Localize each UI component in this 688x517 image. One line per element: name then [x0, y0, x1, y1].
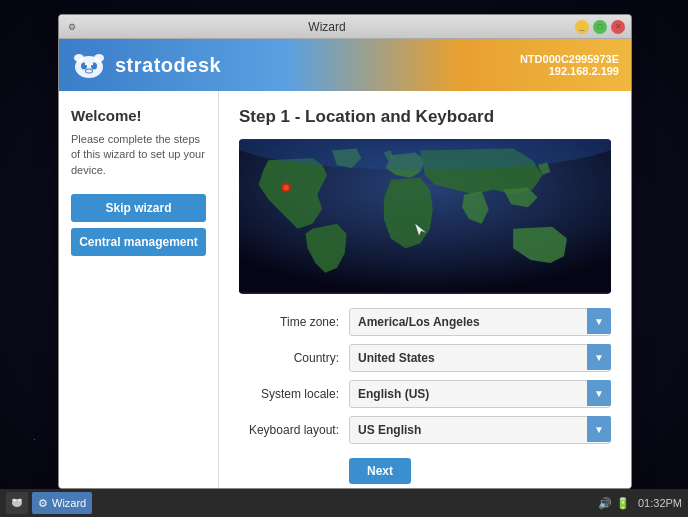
battery-icon: 🔋: [616, 497, 630, 510]
svg-point-12: [283, 185, 289, 191]
taskbar-wizard-label: Wizard: [52, 497, 86, 509]
taskbar-clock: 01:32PM: [638, 497, 682, 509]
locale-value[interactable]: English (US): [349, 380, 611, 408]
locale-label: System locale:: [239, 387, 349, 401]
svg-point-16: [18, 499, 22, 502]
timezone-dropdown-arrow[interactable]: ▼: [587, 308, 611, 334]
keyboard-value[interactable]: US English: [349, 416, 611, 444]
device-ip: 192.168.2.199: [520, 65, 619, 77]
taskbar: ⚙ Wizard 🔊 🔋 01:32PM: [0, 489, 688, 517]
device-info: NTD000C2995973E 192.168.2.199: [520, 53, 619, 77]
sidebar: Welcome! Please complete the steps of th…: [59, 91, 219, 488]
titlebar: ⚙ Wizard _ □ ✕: [59, 15, 631, 39]
window-title: Wizard: [79, 20, 575, 34]
window-icon: ⚙: [65, 20, 79, 34]
keyboard-select[interactable]: US English ▼: [349, 416, 611, 444]
content-area: Welcome! Please complete the steps of th…: [59, 91, 631, 488]
logo-text: stratodesk: [115, 54, 221, 77]
maximize-button[interactable]: □: [593, 20, 607, 34]
taskbar-wizard-icon: ⚙: [38, 497, 48, 510]
svg-point-8: [91, 63, 93, 65]
logo-area: stratodesk: [71, 50, 221, 80]
svg-point-15: [12, 499, 16, 502]
central-management-button[interactable]: Central management: [71, 228, 206, 256]
minimize-button[interactable]: _: [575, 20, 589, 34]
keyboard-row: Keyboard layout: US English ▼: [239, 416, 611, 444]
keyboard-dropdown-arrow[interactable]: ▼: [587, 416, 611, 442]
stratodesk-logo-icon: [71, 50, 107, 80]
taskbar-right: 🔊 🔋 01:32PM: [598, 497, 682, 510]
step-title: Step 1 - Location and Keyboard: [239, 107, 611, 127]
welcome-heading: Welcome!: [71, 107, 206, 124]
next-button[interactable]: Next: [349, 458, 411, 484]
world-map: [239, 139, 611, 294]
country-dropdown-arrow[interactable]: ▼: [587, 344, 611, 370]
timezone-row: Time zone: America/Los Angeles ▼: [239, 308, 611, 336]
locale-select[interactable]: English (US) ▼: [349, 380, 611, 408]
header-bar: stratodesk NTD000C2995973E 192.168.2.199: [59, 39, 631, 91]
svg-point-1: [74, 54, 84, 62]
country-row: Country: United States ▼: [239, 344, 611, 372]
svg-point-6: [86, 70, 92, 73]
timezone-value[interactable]: America/Los Angeles: [349, 308, 611, 336]
country-value[interactable]: United States: [349, 344, 611, 372]
volume-icon[interactable]: 🔊: [598, 497, 612, 510]
timezone-label: Time zone:: [239, 315, 349, 329]
close-button[interactable]: ✕: [611, 20, 625, 34]
action-row: Next: [239, 458, 611, 484]
skip-wizard-button[interactable]: Skip wizard: [71, 194, 206, 222]
window-controls: _ □ ✕: [575, 20, 625, 34]
sidebar-description: Please complete the steps of this wizard…: [71, 132, 206, 178]
svg-point-7: [85, 63, 87, 65]
locale-row: System locale: English (US) ▼: [239, 380, 611, 408]
main-window: ⚙ Wizard _ □ ✕ stratodesk NTD: [58, 14, 632, 489]
taskbar-left: ⚙ Wizard: [6, 492, 92, 514]
keyboard-label: Keyboard layout:: [239, 423, 349, 437]
taskbar-system-icon[interactable]: [6, 492, 28, 514]
country-select[interactable]: United States ▼: [349, 344, 611, 372]
svg-point-2: [94, 54, 104, 62]
locale-dropdown-arrow[interactable]: ▼: [587, 380, 611, 406]
main-panel: Step 1 - Location and Keyboard: [219, 91, 631, 488]
device-id: NTD000C2995973E: [520, 53, 619, 65]
taskbar-wizard-btn[interactable]: ⚙ Wizard: [32, 492, 92, 514]
world-map-svg: [239, 139, 611, 294]
country-label: Country:: [239, 351, 349, 365]
taskbar-icons: 🔊 🔋: [598, 497, 630, 510]
timezone-select[interactable]: America/Los Angeles ▼: [349, 308, 611, 336]
